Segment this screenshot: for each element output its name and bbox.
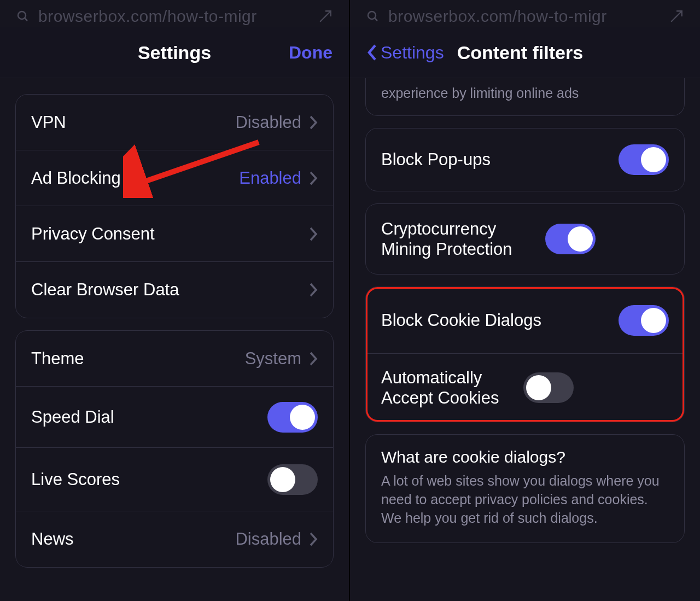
toggle-block-cookie-dialogs[interactable]	[619, 305, 669, 336]
chevron-left-icon	[366, 43, 377, 62]
row-label: Automatically Accept Cookies	[381, 367, 523, 408]
settings-row-news[interactable]: News Disabled	[16, 511, 333, 567]
partial-card-top: experience by limiting online ads	[365, 78, 685, 116]
row-label: Block Cookie Dialogs	[381, 310, 619, 330]
row-value: Disabled	[235, 113, 301, 132]
row-value: Enabled	[239, 168, 301, 188]
toggle-mining-protection[interactable]	[545, 224, 596, 254]
search-icon	[366, 10, 380, 23]
chevron-right-icon	[309, 115, 318, 130]
settings-row-vpn[interactable]: VPN Disabled	[16, 95, 333, 150]
share-icon	[318, 9, 332, 24]
row-label: VPN	[31, 112, 235, 132]
toggle-auto-accept-cookies[interactable]	[523, 372, 574, 403]
chevron-right-icon	[309, 532, 318, 547]
svg-point-0	[18, 11, 26, 19]
settings-row-speed-dial: Speed Dial	[16, 387, 333, 448]
row-label: Ad Blocking	[31, 168, 239, 188]
svg-line-1	[25, 18, 27, 21]
row-label: Privacy Consent	[31, 224, 309, 244]
svg-point-5	[368, 11, 376, 19]
back-button[interactable]: Settings	[366, 43, 444, 63]
row-value: Disabled	[235, 529, 301, 549]
row-mining-protection: Cryptocurrency Mining Protection	[366, 204, 684, 274]
row-label: News	[31, 529, 235, 549]
row-block-popups: Block Pop-ups	[366, 129, 684, 191]
page-title: Content filters	[457, 42, 583, 63]
chevron-right-icon	[309, 171, 318, 186]
info-card-cookie-dialogs: What are cookie dialogs? A lot of web si…	[365, 434, 685, 543]
row-label: Live Scores	[31, 469, 267, 489]
chevron-right-icon	[309, 282, 318, 297]
search-icon	[16, 10, 30, 23]
cookie-dialogs-group-highlighted: Block Cookie Dialogs Automatically Accep…	[365, 287, 685, 422]
share-icon	[669, 9, 684, 24]
settings-row-clear-browser-data[interactable]: Clear Browser Data	[16, 262, 333, 318]
info-desc: A lot of web sites show you dialogs wher…	[381, 472, 669, 527]
page-title: Settings	[60, 42, 289, 63]
row-label: Block Pop-ups	[381, 149, 619, 170]
svg-line-7	[671, 11, 682, 22]
toggle-speed-dial[interactable]	[267, 402, 318, 433]
partial-desc: experience by limiting online ads	[381, 85, 669, 101]
row-label: Theme	[31, 348, 245, 369]
row-label: Clear Browser Data	[31, 279, 309, 300]
info-title: What are cookie dialogs?	[381, 448, 669, 466]
toggle-live-scores[interactable]	[267, 464, 318, 495]
url-text: browserbox.com/how-to-migr	[388, 7, 661, 26]
url-text: browserbox.com/how-to-migr	[38, 7, 310, 26]
url-bar: browserbox.com/how-to-migr	[350, 5, 700, 27]
row-block-cookie-dialogs: Block Cookie Dialogs	[366, 287, 684, 354]
settings-row-live-scores: Live Scores	[16, 448, 333, 511]
back-label: Settings	[381, 43, 444, 63]
svg-line-6	[375, 18, 377, 21]
chevron-right-icon	[309, 351, 318, 366]
row-value: System	[245, 349, 301, 369]
url-bar: browserbox.com/how-to-migr	[0, 5, 349, 27]
done-button[interactable]: Done	[289, 43, 332, 63]
row-label: Speed Dial	[31, 407, 267, 427]
settings-row-privacy-consent[interactable]: Privacy Consent	[16, 206, 333, 262]
chevron-right-icon	[309, 226, 318, 242]
settings-row-theme[interactable]: Theme System	[16, 331, 333, 387]
row-auto-accept-cookies: Automatically Accept Cookies	[366, 354, 684, 422]
svg-line-2	[320, 11, 331, 22]
toggle-block-popups[interactable]	[619, 144, 669, 175]
row-label: Cryptocurrency Mining Protection	[381, 219, 545, 259]
settings-row-ad-blocking[interactable]: Ad Blocking Enabled	[16, 150, 333, 206]
